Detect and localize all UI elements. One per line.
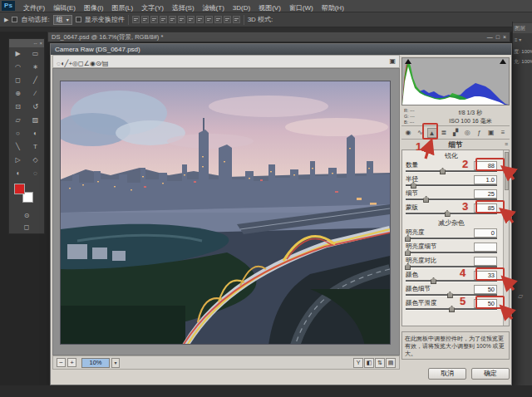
slider-value-input[interactable]: 50 bbox=[474, 299, 497, 308]
tab-detail[interactable]: ▲ bbox=[427, 128, 437, 138]
magic-wand-tool-icon[interactable]: ∗ bbox=[27, 61, 44, 74]
slider-thumb[interactable] bbox=[431, 277, 436, 284]
slider-value-input[interactable]: 85 bbox=[474, 203, 497, 213]
preview-before-after-icon[interactable]: Y bbox=[353, 358, 363, 368]
menu-item[interactable]: 窗口(W) bbox=[285, 4, 318, 12]
slider-value-input[interactable]: 50 bbox=[474, 285, 497, 294]
menu-item[interactable]: 3D(D) bbox=[229, 4, 254, 12]
path-select-tool-icon[interactable]: ▷ bbox=[9, 154, 27, 167]
slider-value-input[interactable]: 25 bbox=[474, 189, 497, 198]
slider-track[interactable] bbox=[406, 252, 497, 254]
tab-hsl-grayscale[interactable]: ≣ bbox=[439, 128, 449, 138]
preview-swap-icon[interactable]: ⇅ bbox=[375, 358, 385, 368]
tab-presets[interactable]: ≡ bbox=[498, 128, 508, 138]
history-brush-tool-icon[interactable]: ↺ bbox=[27, 100, 44, 114]
brush-tool-icon[interactable]: ∕ bbox=[27, 87, 44, 100]
screen-mode-icon[interactable]: ◻ bbox=[9, 222, 44, 233]
slider-value-input[interactable]: 1.0 bbox=[474, 175, 497, 184]
shape-tool-icon[interactable]: ◇ bbox=[27, 154, 44, 167]
document-title[interactable]: DS_0647.psd @ 16.7%(背景, RGB/8#) * bbox=[52, 32, 484, 42]
auto-select-checkbox[interactable] bbox=[12, 17, 17, 22]
menu-item[interactable]: 图像(I) bbox=[80, 4, 108, 12]
zoom-tool-icon[interactable]: ◌ bbox=[27, 167, 44, 180]
move-tool-icon[interactable]: ▶ bbox=[9, 47, 27, 61]
slider-thumb[interactable] bbox=[449, 306, 455, 312]
slider-value-input[interactable] bbox=[474, 257, 497, 266]
menu-item[interactable]: 编辑(E) bbox=[49, 4, 80, 12]
menu-item[interactable]: 滤镜(T) bbox=[199, 4, 229, 12]
auto-select-dropdown[interactable]: 组 ▾ bbox=[53, 15, 72, 25]
tab-basic[interactable]: ◉ bbox=[403, 128, 413, 138]
menu-item[interactable]: 选择(S) bbox=[168, 4, 199, 12]
slider-track[interactable] bbox=[406, 266, 497, 268]
slider-track[interactable] bbox=[406, 213, 497, 215]
tab-split-toning[interactable]: ▞ bbox=[451, 128, 461, 138]
eraser-tool-icon[interactable]: ▱ bbox=[9, 114, 27, 127]
menu-item[interactable]: 文字(Y) bbox=[137, 4, 168, 12]
type-tool-icon[interactable]: T bbox=[27, 140, 44, 154]
toolbox-header[interactable]: ⇔ × bbox=[9, 39, 44, 47]
distribute-vcenter-icon[interactable] bbox=[196, 16, 204, 23]
lasso-tool-icon[interactable]: ◠ bbox=[9, 61, 27, 74]
tab-lens-corrections[interactable]: ◎ bbox=[462, 128, 472, 138]
crop-tool-icon[interactable]: ◻ bbox=[9, 74, 27, 87]
zoom-dropdown-arrow-icon[interactable]: ▾ bbox=[111, 358, 120, 368]
slider-thumb[interactable] bbox=[447, 292, 453, 298]
distribute-bottom-icon[interactable] bbox=[205, 16, 213, 23]
layers-tab[interactable]: 图层 bbox=[513, 23, 532, 33]
slider-track[interactable] bbox=[406, 198, 497, 201]
show-transform-checkbox[interactable] bbox=[76, 17, 81, 22]
slider-track[interactable] bbox=[406, 238, 497, 240]
slider-track[interactable] bbox=[406, 308, 497, 311]
fullscreen-toggle-icon[interactable]: ▣ bbox=[389, 56, 396, 67]
cancel-button[interactable]: 取消 bbox=[428, 368, 466, 380]
dodge-tool-icon[interactable]: ◐ bbox=[27, 127, 44, 140]
crop-tool-icon[interactable]: ◻ bbox=[78, 60, 84, 67]
graduated-filter-tool-icon[interactable]: ▤ bbox=[102, 60, 109, 67]
slider-value-input[interactable]: 88 bbox=[474, 161, 497, 170]
align-bottom-icon[interactable] bbox=[178, 16, 185, 23]
menu-item[interactable]: 帮助(H) bbox=[318, 4, 348, 12]
align-top-icon[interactable] bbox=[160, 16, 167, 23]
pen-tool-icon[interactable]: ╲ bbox=[9, 140, 27, 154]
preview-image[interactable] bbox=[60, 81, 391, 345]
preview-menu-icon[interactable]: ▤ bbox=[386, 358, 396, 368]
align-vcenter-icon[interactable] bbox=[169, 16, 176, 23]
healing-brush-tool-icon[interactable]: ⊕ bbox=[9, 87, 27, 100]
highlight-clipping-icon[interactable] bbox=[500, 59, 506, 64]
distribute-hcenter-icon[interactable] bbox=[224, 16, 231, 23]
zoom-level-select[interactable]: 10% bbox=[81, 358, 110, 368]
distribute-right-icon[interactable] bbox=[233, 16, 240, 23]
close-icon[interactable]: × bbox=[503, 32, 506, 42]
camera-raw-title-bar[interactable]: Camera Raw (DS_0647.psd) bbox=[51, 44, 511, 55]
align-hcenter-icon[interactable] bbox=[141, 16, 149, 23]
slider-thumb[interactable] bbox=[440, 168, 446, 174]
slider-value-input[interactable]: 0 bbox=[474, 228, 497, 238]
foreground-color-swatch[interactable] bbox=[14, 184, 25, 194]
restore-icon[interactable]: □ bbox=[496, 32, 500, 42]
slider-track[interactable] bbox=[406, 170, 497, 173]
slider-track[interactable] bbox=[406, 294, 497, 297]
slider-value-input[interactable]: 33 bbox=[474, 271, 497, 280]
align-right-icon[interactable] bbox=[150, 16, 158, 23]
align-left-icon[interactable] bbox=[132, 16, 140, 23]
slider-track[interactable] bbox=[406, 184, 497, 187]
hand-tool-icon[interactable]: ◖ bbox=[9, 167, 27, 180]
menu-item[interactable]: 文件(F) bbox=[19, 4, 49, 12]
ok-button[interactable]: 确定 bbox=[471, 368, 510, 380]
zoom-in-button[interactable]: + bbox=[67, 358, 76, 367]
menu-item[interactable]: 图层(L) bbox=[107, 4, 137, 12]
spot-removal-tool-icon[interactable]: ◉ bbox=[90, 60, 96, 67]
slider-thumb[interactable] bbox=[423, 196, 429, 203]
tab-tone-curve[interactable]: ∿ bbox=[415, 128, 425, 138]
distribute-top-icon[interactable] bbox=[187, 16, 195, 23]
panel-menu-icon[interactable]: ≡ bbox=[505, 140, 508, 149]
slider-value-input[interactable] bbox=[474, 243, 497, 252]
tab-effects[interactable]: ƒ bbox=[475, 128, 485, 138]
eyedropper-tool-icon[interactable]: ╱ bbox=[27, 74, 44, 87]
gradient-tool-icon[interactable]: ▨ bbox=[27, 114, 44, 127]
red-eye-tool-icon[interactable]: ⊙ bbox=[96, 60, 101, 67]
shadow-clipping-icon[interactable] bbox=[405, 59, 411, 64]
preview-split-icon[interactable]: ◧ bbox=[364, 358, 374, 368]
minimize-icon[interactable]: — bbox=[487, 32, 493, 42]
